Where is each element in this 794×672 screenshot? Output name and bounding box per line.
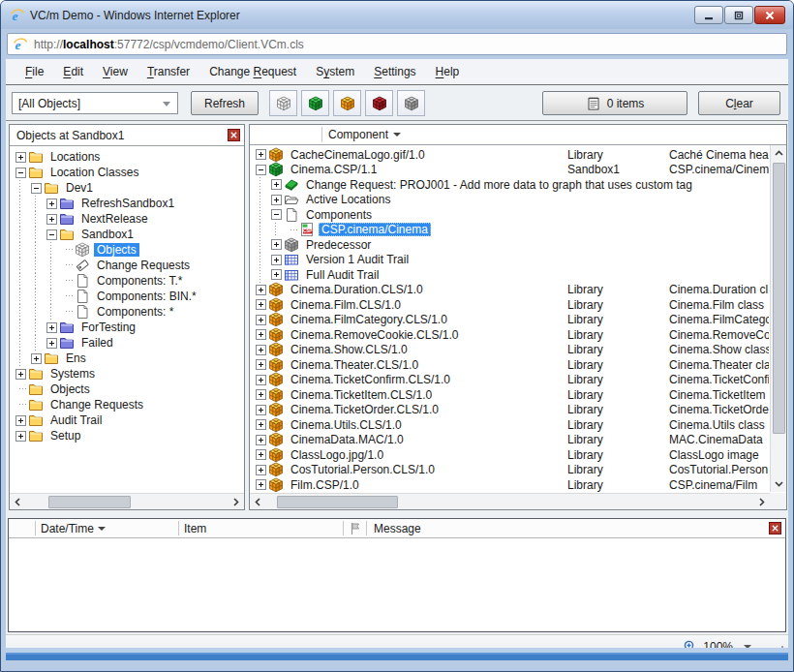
minimize-button[interactable] bbox=[694, 6, 723, 24]
component-row-label[interactable]: Cinema.Utils.CLS/1.0 bbox=[288, 418, 405, 432]
objects-red-cube-button[interactable] bbox=[365, 90, 393, 116]
expand-icon[interactable] bbox=[44, 211, 59, 227]
collapse-icon[interactable] bbox=[44, 227, 59, 242]
component-row-label[interactable]: Cinema.Duration.CLS/1.0 bbox=[288, 283, 426, 296]
component-row-label[interactable]: Change Request: PROJ001 - Add more data … bbox=[303, 178, 695, 192]
component-row-label[interactable]: Components bbox=[303, 208, 375, 222]
expand-icon[interactable] bbox=[253, 327, 268, 343]
expand-icon[interactable] bbox=[253, 297, 268, 313]
component-row-label[interactable]: Film.CSP/1.0 bbox=[288, 478, 362, 492]
restore-button[interactable] bbox=[724, 6, 753, 24]
tree-item-label[interactable]: Objects bbox=[94, 243, 139, 257]
expand-icon[interactable] bbox=[253, 342, 268, 357]
refresh-button[interactable]: Refresh bbox=[191, 91, 259, 115]
objects-outline-cube-button[interactable] bbox=[269, 90, 297, 116]
expand-icon[interactable] bbox=[253, 312, 268, 327]
objects-orange-cube-button[interactable] bbox=[333, 90, 361, 116]
expand-icon[interactable] bbox=[253, 462, 268, 477]
component-row-label[interactable]: CosTutorial.Person.CLS/1.0 bbox=[288, 463, 438, 476]
items-button[interactable]: 0 items bbox=[542, 91, 687, 115]
component-row-label[interactable]: CinemaData.MAC/1.0 bbox=[288, 433, 407, 446]
expand-icon[interactable] bbox=[253, 402, 268, 417]
tree-item-label[interactable]: Change Requests bbox=[47, 398, 146, 412]
component-row-label[interactable]: CSP.cinema/Cinema bbox=[319, 223, 431, 236]
object-filter-select[interactable]: [All Objects] bbox=[12, 92, 178, 114]
expand-icon[interactable] bbox=[253, 447, 268, 463]
scroll-left-icon[interactable] bbox=[250, 495, 266, 509]
expand-icon[interactable] bbox=[253, 477, 268, 492]
component-row-label[interactable]: Cinema.Show.CLS/1.0 bbox=[288, 343, 411, 356]
component-row-label[interactable]: ClassLogo.jpg/1.0 bbox=[288, 448, 386, 462]
tree-item-label[interactable]: RefreshSandbox1 bbox=[78, 197, 177, 210]
menu-settings[interactable]: Settings bbox=[364, 60, 425, 83]
component-row-label[interactable]: Cinema.TicketConfirm.CLS/1.0 bbox=[288, 373, 453, 386]
component-row-label[interactable]: Cinema.FilmCategory.CLS/1.0 bbox=[288, 313, 450, 326]
flag-column-header[interactable] bbox=[348, 521, 363, 536]
scroll-right-icon[interactable] bbox=[228, 495, 244, 509]
expand-icon[interactable] bbox=[253, 417, 268, 433]
close-tree-panel-button[interactable] bbox=[228, 129, 240, 141]
close-log-panel-button[interactable] bbox=[769, 522, 781, 535]
menu-help[interactable]: Help bbox=[426, 60, 470, 83]
expand-icon[interactable] bbox=[253, 282, 268, 297]
log-column-datetime[interactable]: Date/Time bbox=[41, 522, 106, 535]
collapse-icon[interactable] bbox=[268, 207, 284, 223]
scroll-down-icon[interactable] bbox=[772, 475, 786, 492]
component-row-label[interactable]: Cinema.Theater.CLS/1.0 bbox=[288, 358, 421, 372]
collapse-icon[interactable] bbox=[28, 180, 44, 196]
scroll-up-icon[interactable] bbox=[772, 145, 786, 162]
expand-icon[interactable] bbox=[44, 320, 59, 335]
component-row-label[interactable]: Cinema.CSP/1.1 bbox=[288, 163, 380, 176]
expand-icon[interactable] bbox=[268, 177, 284, 193]
tree-item-label[interactable]: Setup bbox=[47, 429, 83, 443]
list-horizontal-scrollbar[interactable] bbox=[250, 493, 770, 509]
component-row-label[interactable]: Full Audit Trail bbox=[303, 268, 382, 282]
collapse-icon[interactable] bbox=[253, 162, 268, 177]
tree-item-label[interactable]: Location Classes bbox=[47, 166, 141, 179]
menu-change-request[interactable]: Change Request bbox=[199, 60, 306, 83]
tree-item-label[interactable]: Components: * bbox=[94, 305, 176, 319]
menu-transfer[interactable]: Transfer bbox=[137, 60, 199, 83]
objects-green-cube-button[interactable] bbox=[301, 90, 329, 116]
menu-file[interactable]: File bbox=[15, 60, 53, 83]
component-row-label[interactable]: Predecessor bbox=[303, 238, 374, 252]
component-row-label[interactable]: Cinema.TicketOrder.CLS/1.0 bbox=[288, 403, 442, 416]
component-row-label[interactable]: Cinema.RemoveCookie.CLS/1.0 bbox=[288, 328, 461, 342]
menu-system[interactable]: System bbox=[306, 60, 364, 83]
log-column-message[interactable]: Message bbox=[374, 522, 421, 535]
tree-item-label[interactable]: Systems bbox=[47, 367, 98, 381]
expand-icon[interactable] bbox=[13, 366, 28, 382]
tree-item-label[interactable]: NextRelease bbox=[78, 212, 151, 226]
address-input[interactable]: e http://localhost:57772/csp/vcmdemo/Cli… bbox=[7, 33, 787, 55]
menu-view[interactable]: View bbox=[93, 60, 137, 83]
expand-icon[interactable] bbox=[253, 387, 268, 403]
component-row-label[interactable]: Cinema.Film.CLS/1.0 bbox=[288, 298, 404, 312]
list-vertical-scrollbar[interactable] bbox=[770, 145, 786, 492]
close-button[interactable] bbox=[754, 6, 785, 24]
expand-icon[interactable] bbox=[253, 357, 268, 373]
expand-icon[interactable] bbox=[268, 237, 284, 253]
expand-icon[interactable] bbox=[268, 252, 284, 267]
scroll-thumb[interactable] bbox=[773, 163, 785, 434]
component-row-label[interactable]: CacheCinemaLogo.gif/1.0 bbox=[288, 148, 428, 162]
expand-icon[interactable] bbox=[268, 192, 284, 207]
expand-icon[interactable] bbox=[253, 372, 268, 387]
tree-item-label[interactable]: Locations bbox=[47, 150, 103, 164]
tree-item-label[interactable]: Sandbox1 bbox=[78, 228, 137, 241]
scroll-right-icon[interactable] bbox=[753, 495, 770, 509]
menu-edit[interactable]: Edit bbox=[53, 60, 93, 83]
tree-item-label[interactable]: Failed bbox=[78, 336, 116, 350]
collapse-icon[interactable] bbox=[13, 165, 28, 180]
expand-icon[interactable] bbox=[28, 351, 44, 366]
scroll-left-icon[interactable] bbox=[10, 495, 26, 509]
expand-icon[interactable] bbox=[268, 267, 284, 283]
clear-button[interactable]: Clear bbox=[698, 91, 780, 115]
expand-icon[interactable] bbox=[13, 412, 28, 428]
tree-horizontal-scrollbar[interactable] bbox=[10, 493, 244, 509]
tree-item-label[interactable]: Change Requests bbox=[94, 259, 193, 272]
tree-item-label[interactable]: Dev1 bbox=[63, 181, 96, 195]
component-row-label[interactable]: Version 1 Audit Trail bbox=[303, 253, 412, 266]
expand-icon[interactable] bbox=[44, 335, 59, 351]
scroll-thumb[interactable] bbox=[277, 496, 398, 508]
expand-icon[interactable] bbox=[253, 147, 268, 163]
